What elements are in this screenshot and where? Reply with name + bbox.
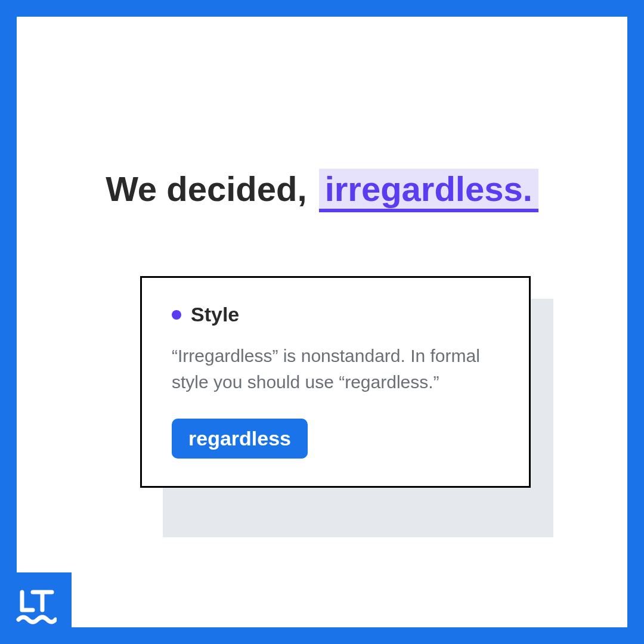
explanation-text: “Irregardless” is nonstandard. In formal… [172, 343, 499, 395]
sentence-plain-text: We decided, [106, 169, 316, 208]
content-panel: We decided, irregardless. Style “Irregar… [17, 17, 627, 627]
card-header: Style [172, 303, 499, 326]
category-label: Style [191, 303, 239, 326]
apply-suggestion-button[interactable]: regardless [172, 419, 308, 459]
suggestion-card: Style “Irregardless” is nonstandard. In … [140, 276, 531, 488]
highlighted-error-word[interactable]: irregardless. [319, 169, 538, 212]
example-sentence: We decided, irregardless. [17, 169, 627, 212]
lt-logo-icon [15, 587, 57, 629]
brand-logo [0, 572, 72, 644]
category-dot-icon [172, 310, 181, 320]
